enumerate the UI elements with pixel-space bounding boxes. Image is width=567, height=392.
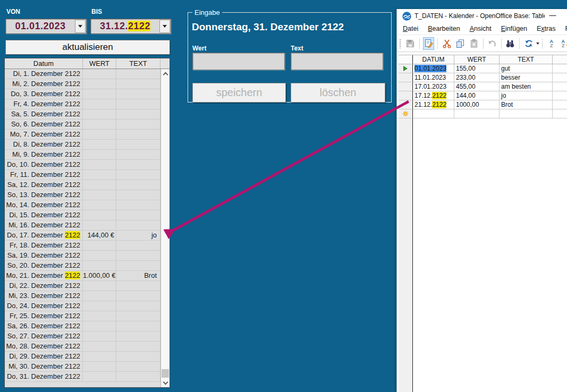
datum-cell[interactable]: 11.01.2023 [413,73,454,82]
column-header-datum[interactable]: DATUM [413,55,454,64]
toolbar-separator [483,38,484,49]
datum-cell[interactable] [413,109,454,118]
text-cell[interactable] [500,109,553,118]
save-button[interactable] [405,37,416,50]
calendar-row[interactable]: Mo, 14. Dezember 2122 [5,200,160,210]
data-table-row[interactable]: 11.01.2023233,00besser [399,73,567,82]
datum-cell[interactable]: 21.12.2122 [413,100,454,109]
calendar-row[interactable]: Mi, 9. Dezember 2122 [5,150,160,160]
row-header-cell[interactable] [399,64,413,73]
text-cell[interactable]: jo [500,91,553,100]
text-cell[interactable]: Brot [500,100,553,109]
loeschen-button[interactable]: löschen [291,83,385,103]
von-dropdown-button[interactable] [75,20,86,33]
refresh-dropdown-button[interactable] [535,37,540,50]
text-cell[interactable]: gut [500,64,553,73]
column-header-wert[interactable]: WERT [454,55,500,64]
cut-button[interactable] [441,37,452,50]
paste-button[interactable] [468,37,479,50]
calendar-row[interactable]: Di, 29. Dezember 2122 [5,352,160,362]
minimize-button[interactable]: — [547,10,558,21]
calendar-row[interactable]: Mi, 2. Dezember 2122 [5,79,160,89]
column-header-text[interactable]: TEXT [500,55,553,64]
calendar-row[interactable]: Do, 31. Dezember 2122 [5,372,160,382]
wert-input[interactable] [192,53,285,70]
menu-item-fenster[interactable]: Fenster [560,24,567,33]
toolbar-separator [519,38,520,49]
calendar-row[interactable]: So, 20. Dezember 2122 [5,261,160,271]
calendar-row[interactable]: Mi, 16. Dezember 2122 [5,220,160,231]
calendar-row[interactable]: Do, 17. Dezember 2122144,00 €jo [5,231,160,241]
row-header-cell[interactable] [399,82,413,91]
text-cell[interactable]: besser [500,73,553,82]
wert-cell[interactable]: 233,00 [454,73,500,82]
data-table-row[interactable] [399,109,567,118]
calendar-row[interactable]: Di, 22. Dezember 2122 [5,281,160,291]
calendar-row[interactable]: Sa, 26. Dezember 2122 [5,321,160,331]
menu-item-ansicht[interactable]: Ansicht [465,24,496,33]
toolbar-grip[interactable] [399,39,401,48]
calendar-row[interactable]: Sa, 5. Dezember 2122 [5,109,160,120]
calendar-row[interactable]: Di, 15. Dezember 2122 [5,210,160,220]
titlebar[interactable]: T_DATEN - Kalender - OpenOffice Base: Ta… [397,9,567,23]
data-table-row[interactable]: 17.01.2023455,00am besten [399,82,567,91]
row-header-cell[interactable] [399,109,413,118]
calendar-row[interactable]: Sa, 19. Dezember 2122 [5,251,160,261]
refresh-button[interactable] [523,37,534,50]
calendar-row[interactable]: Mo, 28. Dezember 2122 [5,342,160,352]
datum-cell[interactable]: 17.01.2023 [413,82,454,91]
scroll-up-button[interactable] [161,69,170,78]
calendar-row[interactable]: Fr, 4. Dezember 2122 [5,99,160,109]
calendar-row[interactable]: Mi, 23. Dezember 2122 [5,291,160,301]
bis-dropdown-button[interactable] [159,20,170,33]
wert-cell[interactable]: 144,00 [454,91,500,100]
data-table-row[interactable]: 21.12.21221000,00Brot [399,100,567,109]
calendar-row[interactable]: Mo, 7. Dezember 2122 [5,130,160,140]
calendar-row[interactable]: Do, 10. Dezember 2122 [5,160,160,170]
scrollbar-thumb[interactable] [162,369,169,378]
row-header-cell[interactable] [399,100,413,109]
calendar-row[interactable]: Mi, 30. Dezember 2122 [5,362,160,372]
text-cell[interactable]: am besten [500,82,553,91]
data-table-row[interactable]: 17.12.2122144,00jo [399,91,567,100]
datum-cell[interactable]: 01.01.2023 [413,64,454,73]
calendar-row[interactable]: Di, 1. Dezember 2122 [5,69,160,79]
menu-item-einfügen[interactable]: Einfügen [496,24,532,33]
data-table-row[interactable]: 01.01.2023155,00gut [399,64,567,73]
sort-ascending-button[interactable]: AZ [546,37,557,50]
calendar-row[interactable]: Di, 8. Dezember 2122 [5,140,160,150]
calendar-scrollbar[interactable] [160,69,170,387]
find-record-button[interactable] [505,37,516,50]
calendar-row[interactable]: Do, 3. Dezember 2122 [5,89,160,99]
speichern-button[interactable]: speichern [192,83,286,103]
calendar-row[interactable]: So, 27. Dezember 2122 [5,331,160,342]
calendar-row[interactable]: So, 13. Dezember 2122 [5,190,160,200]
row-header-cell[interactable] [399,73,413,82]
undo-button[interactable] [486,37,497,50]
wert-cell[interactable]: 455,00 [454,82,500,91]
wert-cell[interactable]: 155,00 [454,64,500,73]
edit-data-button[interactable] [423,37,435,50]
row-header-cell[interactable] [399,91,413,100]
wert-cell[interactable] [454,109,500,118]
sort-descending-button[interactable]: AZ ↓ [560,37,567,50]
calendar-row[interactable]: Do, 24. Dezember 2122 [5,301,160,311]
datum-cell[interactable]: 17.12.2122 [413,91,454,100]
calendar-row[interactable]: So, 6. Dezember 2122 [5,120,160,130]
menu-item-extras[interactable]: Extras [532,24,560,33]
menu-item-bearbeiten[interactable]: Bearbeiten [423,24,464,33]
menu-item-datei[interactable]: Datei [398,24,423,33]
calendar-row[interactable]: Fr, 11. Dezember 2122 [5,170,160,180]
von-date-combobox[interactable]: 01.01.2023 [5,19,87,34]
text-cell [116,170,160,180]
bis-date-combobox[interactable]: 31.12.2122 [90,19,171,34]
scroll-down-button[interactable] [161,379,170,387]
aktualisieren-button[interactable]: aktualisieren [5,40,170,55]
text-input[interactable] [291,53,383,70]
calendar-row[interactable]: Fr, 18. Dezember 2122 [5,241,160,251]
calendar-row[interactable]: Fr, 25. Dezember 2122 [5,311,160,321]
wert-cell[interactable]: 1000,00 [454,100,500,109]
copy-button[interactable] [455,37,466,50]
calendar-row[interactable]: Mo, 21. Dezember 21221.000,00 €Brot [5,271,160,281]
calendar-row[interactable]: Sa, 12. Dezember 2122 [5,180,160,190]
